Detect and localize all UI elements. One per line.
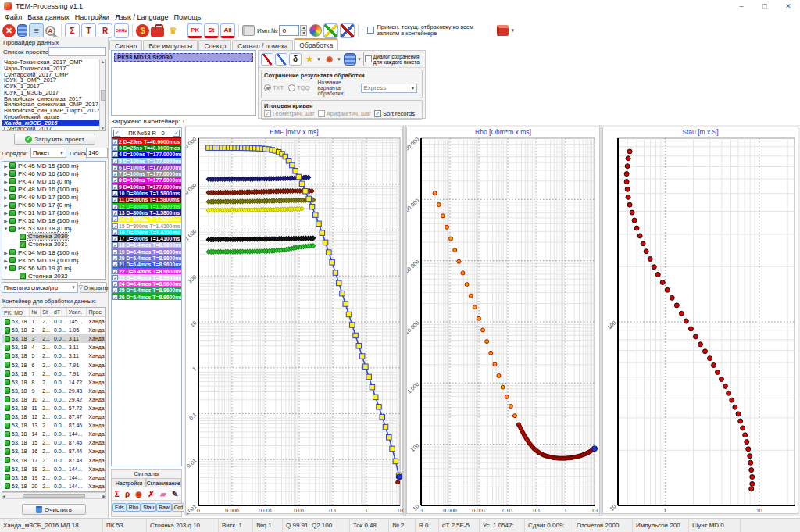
tree-item[interactable]: ▶PK 47 MD 16 {0 m} [2,177,105,185]
chevron-collapsed-icon[interactable]: ▶ [2,210,9,216]
table-row[interactable]: 53, 18102...0.0...29.42Ханда. [2,395,105,404]
checkbox-icon[interactable] [367,27,374,34]
picket-source-select[interactable]: Пикеты из списка/prp▼ [2,282,78,293]
legend-item[interactable]: 23 D=6.4mcs T=8.9600ms [112,274,181,280]
loaded-records-listbox[interactable]: РК53 MD18 St2030 [111,50,256,116]
resistance-icon[interactable]: R [98,23,112,38]
pencil-icon[interactable]: ✎ [172,490,178,498]
legend-item[interactable]: 21 D=6.4mcs T=8.9600ms [112,262,181,268]
column-header[interactable]: dT [52,308,67,316]
legend-item-checkbox[interactable] [112,184,118,190]
legend-item[interactable]: 11 D=800ns T=1.5800ms [112,197,181,203]
tree-item[interactable]: ▶PK 54 MD 18 {100 m} [2,248,105,256]
table-row[interactable]: 53, 18132...0.0...87.46Ханда. [2,421,105,430]
rho-plot[interactable]: 00.0000.0010.010.111010 000 0001 000 000… [407,127,601,515]
projects-scrollbar[interactable]: ▲▼ [99,59,105,130]
legend-item-checkbox[interactable] [112,262,118,267]
chevron-collapsed-icon[interactable]: ▶ [2,202,9,208]
tab-0[interactable]: Сигнал [109,40,142,50]
legend-item-checkbox[interactable] [112,152,118,157]
legend-item[interactable]: 19 D=6.4mcs T=8.9600ms [112,248,181,255]
legend-item[interactable]: 18 D=6.4mcs T=8.9600ms [112,242,181,248]
rho-chart-panel[interactable]: Rho [Ohm*m x ms]00.0000.0010.010.111010 … [406,127,600,514]
legend-item[interactable]: 8 D=100ns T=177.0000mcs [112,177,181,184]
tab-2[interactable]: Спектр [198,40,231,50]
order-select[interactable]: Пикет▼ [30,148,66,158]
legend-item-checkbox[interactable] [112,269,118,274]
table-row[interactable]: 53, 1892...0.0...29.43Ханда. [2,387,105,395]
clear-container-button[interactable]: Очистить [22,504,86,515]
crown-icon[interactable]: ♛ [166,23,180,38]
legend-item[interactable]: 13 D=800ns T=1.5800ms [112,209,181,216]
tree-child-item[interactable]: ✓Стоянка 2031 [2,241,105,248]
save-st-icon[interactable]: St [204,23,219,38]
save-all-icon[interactable]: All [220,23,235,38]
table-row[interactable]: 53, 1882...0.0...14.72Ханда. [2,378,105,387]
legend-item-checkbox[interactable] [112,295,118,300]
table-row[interactable]: 53, 1812...0.0...145...Ханда. [2,317,105,326]
legend-item[interactable]: 9 D=100ns T=177.0000mcs [112,184,181,190]
table-row[interactable]: 53, 18182...0.0...144...Ханда. [2,465,105,473]
chevron-down-icon[interactable]: ▾ [511,27,514,34]
curves-edit-icon[interactable] [323,23,338,38]
signals-tab-1[interactable]: Сглаживание [146,478,181,487]
legend-item-checkbox[interactable] [112,223,118,229]
tree-item[interactable]: ▼PK 56 MD 19 {0 m} [2,264,105,272]
tqq-radio[interactable] [288,84,295,91]
chevron-down-icon[interactable]: ▼ [357,57,362,62]
time-gate-icon[interactable]: Т [81,23,96,38]
chevron-collapsed-icon[interactable]: ▶ [2,218,9,223]
legend-item-checkbox[interactable] [112,210,118,216]
legend-checkbox-left[interactable] [113,130,120,137]
legend-item[interactable]: 16 D=800ns T=1.4100ms [112,229,181,235]
palette-icon[interactable] [309,24,322,37]
tab-3[interactable]: Сигнал / помеха [232,40,293,50]
legend-item[interactable]: 10 D=800ns T=1.5800ms [112,190,181,196]
projects-filter-input[interactable] [48,47,106,56]
column-header[interactable]: Прое [87,308,105,316]
save-database-icon[interactable] [344,53,356,66]
legend-item[interactable]: 2 D=25ns T=40.0000mcs [112,138,181,145]
tree-item[interactable]: ▼PK 53 MD 18 {0 m} [2,225,105,233]
table-row[interactable]: 53, 18112...0.0...57.72Ханда. [2,404,105,412]
table-row[interactable]: 53, 1842...0.0...3.11Ханда. [2,343,105,352]
checkbox-icon[interactable] [365,55,372,62]
tree-item[interactable]: ▶PK 48 MD 16 {100 m} [2,185,105,193]
chevron-down-icon[interactable]: ▼ [316,57,321,62]
legend-item-checkbox[interactable] [112,255,118,261]
plot-source-icon[interactable] [275,53,288,66]
legend-item[interactable]: 6 D=100ns T=177.0000mcs [112,164,181,170]
open-button[interactable]: ▽Открыть [80,282,107,293]
tree-child-item[interactable]: ✓Стоянка 2030 [2,233,105,241]
signal-mode-eds[interactable]: Eds [112,503,127,512]
projects-listbox[interactable]: ▲▼ Чаро-Токкинская_2017_ОМРЧаро-Токкинск… [2,59,106,131]
table-row[interactable]: 53, 1822...0.0...1.05Ханда. [2,326,105,334]
column-header[interactable]: Усил. [67,308,88,316]
column-header[interactable]: № [30,308,41,316]
legend-item-checkbox[interactable] [112,249,118,255]
legend-item[interactable]: 24 D=6.4mcs T=8.9600ms [112,281,181,287]
chevron-collapsed-icon[interactable]: ▶ [2,171,9,177]
menu-item-2[interactable]: Настройки [75,12,115,23]
container-table[interactable]: PK, MD№StdTУсил.Прое53, 1812...0.0...145… [2,307,106,492]
legend-item[interactable]: 12 D=800ns T=1.5800ms [112,203,181,209]
tree-item[interactable]: ▶PK 55 MD 19 {100 m} [2,256,105,264]
emf-chart-panel[interactable]: EMF [mcV x ms]00.0000.0010.010.1110100 0… [185,127,403,514]
table-row[interactable]: 53, 18202...0.0...144...Ханда. [2,482,105,491]
chevron-collapsed-icon[interactable]: ▶ [2,250,9,255]
toolbox-icon[interactable] [151,27,164,37]
menu-item-1[interactable]: База данных [27,12,75,23]
legend-checkbox-right[interactable] [173,130,180,137]
legend-item-checkbox[interactable] [112,165,118,170]
curves-reject-icon[interactable] [340,23,355,38]
arithmetic-step-checkbox[interactable] [318,110,325,117]
impulse-number-input[interactable]: 0 [279,25,299,36]
legend-item-checkbox[interactable] [112,275,118,280]
eraser-icon[interactable]: ▰ [160,490,166,498]
database-icon[interactable] [17,24,27,37]
legend-item-checkbox[interactable] [112,242,118,248]
save-pk-icon[interactable]: PK [188,23,202,38]
search-input[interactable]: 140 [86,148,108,158]
txt-radio[interactable] [264,84,271,91]
legend-item-checkbox[interactable] [112,191,118,196]
